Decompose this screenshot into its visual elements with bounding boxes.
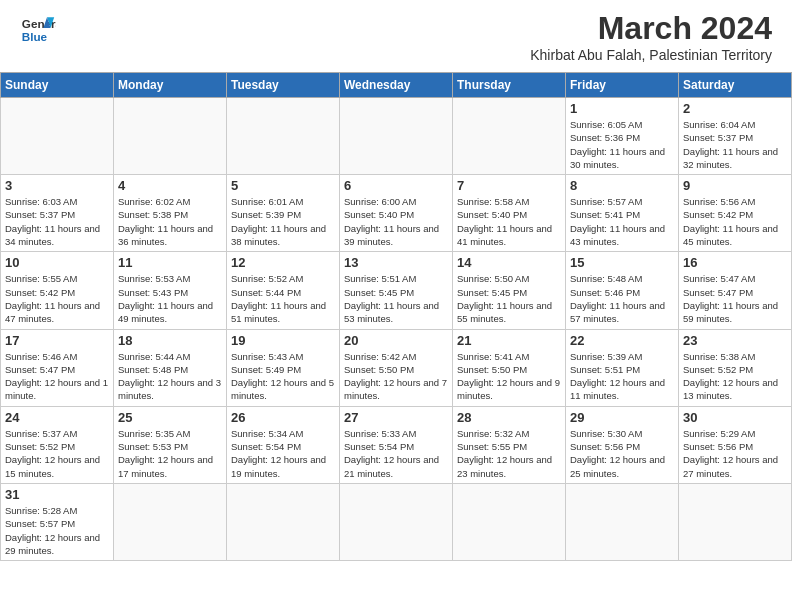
day-number: 10 (5, 255, 109, 270)
logo: General Blue (20, 10, 56, 46)
day-number: 2 (683, 101, 787, 116)
day-number: 21 (457, 333, 561, 348)
day-number: 3 (5, 178, 109, 193)
calendar-cell: 31Sunrise: 5:28 AM Sunset: 5:57 PM Dayli… (1, 483, 114, 560)
day-number: 31 (5, 487, 109, 502)
day-info: Sunrise: 5:53 AM Sunset: 5:43 PM Dayligh… (118, 272, 222, 325)
calendar-cell (340, 483, 453, 560)
page-subtitle: Khirbat Abu Falah, Palestinian Territory (530, 47, 772, 63)
day-number: 13 (344, 255, 448, 270)
day-info: Sunrise: 6:01 AM Sunset: 5:39 PM Dayligh… (231, 195, 335, 248)
day-info: Sunrise: 5:47 AM Sunset: 5:47 PM Dayligh… (683, 272, 787, 325)
day-number: 30 (683, 410, 787, 425)
day-number: 28 (457, 410, 561, 425)
calendar-cell: 9Sunrise: 5:56 AM Sunset: 5:42 PM Daylig… (679, 175, 792, 252)
calendar-cell (227, 98, 340, 175)
calendar-cell (227, 483, 340, 560)
day-info: Sunrise: 5:46 AM Sunset: 5:47 PM Dayligh… (5, 350, 109, 403)
day-info: Sunrise: 6:00 AM Sunset: 5:40 PM Dayligh… (344, 195, 448, 248)
day-number: 17 (5, 333, 109, 348)
day-info: Sunrise: 5:42 AM Sunset: 5:50 PM Dayligh… (344, 350, 448, 403)
day-info: Sunrise: 5:44 AM Sunset: 5:48 PM Dayligh… (118, 350, 222, 403)
day-number: 1 (570, 101, 674, 116)
calendar-week-row: 31Sunrise: 5:28 AM Sunset: 5:57 PM Dayli… (1, 483, 792, 560)
day-number: 11 (118, 255, 222, 270)
calendar-cell: 13Sunrise: 5:51 AM Sunset: 5:45 PM Dayli… (340, 252, 453, 329)
day-info: Sunrise: 5:32 AM Sunset: 5:55 PM Dayligh… (457, 427, 561, 480)
calendar-header-row: SundayMondayTuesdayWednesdayThursdayFrid… (1, 73, 792, 98)
day-number: 18 (118, 333, 222, 348)
calendar-cell: 15Sunrise: 5:48 AM Sunset: 5:46 PM Dayli… (566, 252, 679, 329)
calendar-cell: 14Sunrise: 5:50 AM Sunset: 5:45 PM Dayli… (453, 252, 566, 329)
day-info: Sunrise: 5:55 AM Sunset: 5:42 PM Dayligh… (5, 272, 109, 325)
day-number: 23 (683, 333, 787, 348)
weekday-header: Tuesday (227, 73, 340, 98)
page-title: March 2024 (530, 10, 772, 47)
day-info: Sunrise: 6:05 AM Sunset: 5:36 PM Dayligh… (570, 118, 674, 171)
day-number: 27 (344, 410, 448, 425)
calendar-week-row: 1Sunrise: 6:05 AM Sunset: 5:36 PM Daylig… (1, 98, 792, 175)
calendar-cell: 25Sunrise: 5:35 AM Sunset: 5:53 PM Dayli… (114, 406, 227, 483)
day-info: Sunrise: 5:57 AM Sunset: 5:41 PM Dayligh… (570, 195, 674, 248)
day-info: Sunrise: 5:37 AM Sunset: 5:52 PM Dayligh… (5, 427, 109, 480)
calendar-cell (679, 483, 792, 560)
day-info: Sunrise: 5:56 AM Sunset: 5:42 PM Dayligh… (683, 195, 787, 248)
day-number: 15 (570, 255, 674, 270)
day-number: 26 (231, 410, 335, 425)
calendar-cell: 6Sunrise: 6:00 AM Sunset: 5:40 PM Daylig… (340, 175, 453, 252)
calendar-cell: 28Sunrise: 5:32 AM Sunset: 5:55 PM Dayli… (453, 406, 566, 483)
day-info: Sunrise: 5:39 AM Sunset: 5:51 PM Dayligh… (570, 350, 674, 403)
day-number: 5 (231, 178, 335, 193)
weekday-header: Thursday (453, 73, 566, 98)
calendar-cell (340, 98, 453, 175)
calendar-cell (114, 483, 227, 560)
day-number: 14 (457, 255, 561, 270)
day-info: Sunrise: 5:52 AM Sunset: 5:44 PM Dayligh… (231, 272, 335, 325)
day-info: Sunrise: 5:48 AM Sunset: 5:46 PM Dayligh… (570, 272, 674, 325)
calendar-cell (566, 483, 679, 560)
day-info: Sunrise: 6:03 AM Sunset: 5:37 PM Dayligh… (5, 195, 109, 248)
calendar-week-row: 24Sunrise: 5:37 AM Sunset: 5:52 PM Dayli… (1, 406, 792, 483)
calendar-cell: 20Sunrise: 5:42 AM Sunset: 5:50 PM Dayli… (340, 329, 453, 406)
day-info: Sunrise: 5:33 AM Sunset: 5:54 PM Dayligh… (344, 427, 448, 480)
day-info: Sunrise: 5:35 AM Sunset: 5:53 PM Dayligh… (118, 427, 222, 480)
calendar-cell: 26Sunrise: 5:34 AM Sunset: 5:54 PM Dayli… (227, 406, 340, 483)
calendar-cell (453, 483, 566, 560)
day-info: Sunrise: 6:04 AM Sunset: 5:37 PM Dayligh… (683, 118, 787, 171)
calendar-cell (1, 98, 114, 175)
day-info: Sunrise: 5:51 AM Sunset: 5:45 PM Dayligh… (344, 272, 448, 325)
calendar-cell: 17Sunrise: 5:46 AM Sunset: 5:47 PM Dayli… (1, 329, 114, 406)
weekday-header: Sunday (1, 73, 114, 98)
calendar-cell (453, 98, 566, 175)
day-info: Sunrise: 5:28 AM Sunset: 5:57 PM Dayligh… (5, 504, 109, 557)
calendar-cell: 27Sunrise: 5:33 AM Sunset: 5:54 PM Dayli… (340, 406, 453, 483)
calendar-cell: 23Sunrise: 5:38 AM Sunset: 5:52 PM Dayli… (679, 329, 792, 406)
day-number: 4 (118, 178, 222, 193)
day-info: Sunrise: 5:50 AM Sunset: 5:45 PM Dayligh… (457, 272, 561, 325)
day-number: 7 (457, 178, 561, 193)
calendar-cell: 7Sunrise: 5:58 AM Sunset: 5:40 PM Daylig… (453, 175, 566, 252)
calendar-table: SundayMondayTuesdayWednesdayThursdayFrid… (0, 72, 792, 561)
day-info: Sunrise: 5:43 AM Sunset: 5:49 PM Dayligh… (231, 350, 335, 403)
calendar-cell: 18Sunrise: 5:44 AM Sunset: 5:48 PM Dayli… (114, 329, 227, 406)
calendar-cell: 4Sunrise: 6:02 AM Sunset: 5:38 PM Daylig… (114, 175, 227, 252)
calendar-cell: 3Sunrise: 6:03 AM Sunset: 5:37 PM Daylig… (1, 175, 114, 252)
day-number: 16 (683, 255, 787, 270)
weekday-header: Monday (114, 73, 227, 98)
weekday-header: Wednesday (340, 73, 453, 98)
day-info: Sunrise: 5:41 AM Sunset: 5:50 PM Dayligh… (457, 350, 561, 403)
calendar-cell: 10Sunrise: 5:55 AM Sunset: 5:42 PM Dayli… (1, 252, 114, 329)
calendar-cell: 19Sunrise: 5:43 AM Sunset: 5:49 PM Dayli… (227, 329, 340, 406)
day-number: 9 (683, 178, 787, 193)
calendar-cell: 5Sunrise: 6:01 AM Sunset: 5:39 PM Daylig… (227, 175, 340, 252)
weekday-header: Saturday (679, 73, 792, 98)
svg-text:Blue: Blue (22, 30, 48, 43)
weekday-header: Friday (566, 73, 679, 98)
day-number: 29 (570, 410, 674, 425)
calendar-cell: 2Sunrise: 6:04 AM Sunset: 5:37 PM Daylig… (679, 98, 792, 175)
calendar-cell: 11Sunrise: 5:53 AM Sunset: 5:43 PM Dayli… (114, 252, 227, 329)
day-info: Sunrise: 5:30 AM Sunset: 5:56 PM Dayligh… (570, 427, 674, 480)
day-info: Sunrise: 5:29 AM Sunset: 5:56 PM Dayligh… (683, 427, 787, 480)
calendar-cell: 29Sunrise: 5:30 AM Sunset: 5:56 PM Dayli… (566, 406, 679, 483)
page-header: General Blue March 2024 Khirbat Abu Fala… (0, 0, 792, 68)
